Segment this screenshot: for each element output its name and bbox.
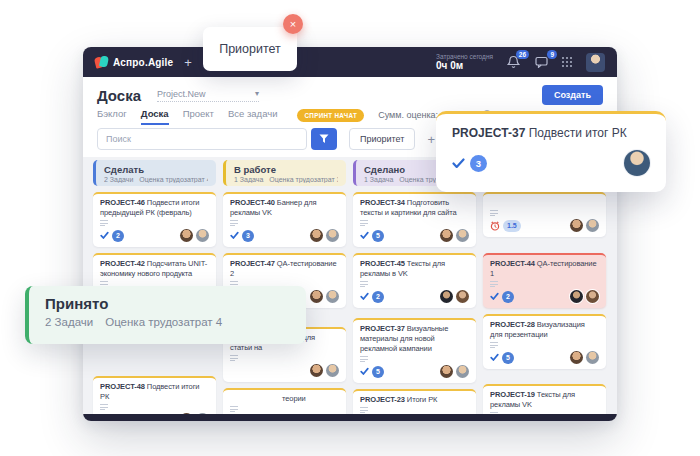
filter-button[interactable] [311, 128, 337, 150]
notifications-count-badge: 26 [516, 50, 529, 60]
popup-assignee-avatar[interactable] [624, 150, 650, 176]
avatar[interactable] [586, 290, 599, 303]
avatar[interactable] [570, 219, 583, 232]
task-card-project-40[interactable]: PROJECT-40 Баннер для рекламы VK3 [223, 192, 346, 247]
description-icon [490, 210, 498, 216]
avatar[interactable] [326, 364, 339, 377]
task-card-popup[interactable]: PROJECT-37 Подвести итог РК 3 [436, 111, 666, 192]
avatar[interactable] [310, 229, 323, 242]
avatar[interactable] [440, 290, 453, 303]
task-card-footer: 5 [360, 229, 469, 242]
avatar[interactable] [570, 351, 583, 364]
checkmark-icon [360, 292, 369, 301]
column-estimate: Оценка трудозатрат 4 [139, 176, 208, 183]
priority-tooltip-label: Приоритет [219, 42, 281, 56]
task-card-project-48[interactable]: PROJECT-48 Подвести итоги РК2 [93, 376, 216, 414]
app-logo[interactable]: Аспро.Agile [95, 56, 173, 69]
assignee-avatars [570, 290, 599, 303]
task-card-project-46[interactable]: PROJECT-46 Подвести итоги предыдущей РК … [93, 192, 216, 247]
task-card-footer: 2 [360, 290, 469, 303]
page: Аспро.Agile + Спр Затрачено сегодня 0ч 0… [0, 0, 700, 456]
add-task-icon[interactable]: + [184, 56, 192, 69]
avatar[interactable] [326, 229, 339, 242]
messages-button[interactable]: 9 [534, 55, 549, 70]
avatar[interactable] [310, 364, 323, 377]
task-card-project-44[interactable]: PROJECT-44 QA-тестирование 12 [483, 253, 606, 308]
avatar[interactable] [570, 290, 583, 303]
task-card-title: PROJECT-44 QA-тестирование 1 [490, 259, 599, 279]
avatar[interactable] [586, 351, 599, 364]
column-name: В работе [234, 164, 338, 175]
time-tracker[interactable]: Затрачено сегодня 0ч 0м [436, 53, 493, 72]
accepted-column-overlay: Принято 2 Задачи Оценка трудозатрат 4 [25, 286, 306, 344]
assignee-avatars [440, 229, 469, 242]
tab-проект[interactable]: Проект [183, 108, 214, 125]
checkmark-icon [490, 292, 499, 301]
task-card-project-28[interactable]: PROJECT-28 Визуализация для презентации5 [483, 314, 606, 369]
avatar[interactable] [456, 365, 469, 378]
task-card-project-34[interactable]: PROJECT-34 Подготовить тексты и картинки… [353, 192, 476, 247]
column-estimate: Оценка трудозатрат 3 [269, 176, 338, 183]
chevron-down-icon: ▾ [255, 89, 259, 98]
avatar[interactable] [310, 290, 323, 303]
priority-filter-chip[interactable]: Приоритет [349, 128, 415, 150]
column-name: Сделать [104, 164, 208, 175]
tab-доска[interactable]: Доска [141, 108, 169, 125]
close-icon[interactable]: × [283, 14, 303, 34]
apps-grid-icon[interactable] [562, 57, 573, 68]
assignee-avatars [180, 229, 209, 242]
task-card-title: PROJECT-46 Подвести итоги предыдущей РК … [100, 198, 209, 218]
task-card-title: PROJECT-45 Тексты для рекламы в VK [360, 259, 469, 279]
description-icon [360, 356, 368, 362]
description-icon [490, 342, 498, 348]
task-card-footer: 2 [100, 229, 209, 242]
accepted-task-count: 2 Задачи [45, 316, 93, 328]
tab-бэклог[interactable]: Бэклог [97, 108, 127, 125]
avatar[interactable] [180, 229, 193, 242]
task-card-project-45[interactable]: PROJECT-45 Тексты для рекламы в VK2 [353, 253, 476, 308]
notifications-button[interactable]: 26 [506, 55, 521, 70]
avatar[interactable] [456, 229, 469, 242]
task-id: PROJECT-42 [100, 259, 147, 268]
accepted-estimate: Оценка трудозатрат 4 [105, 316, 222, 328]
project-selector[interactable]: Project.New ▾ [157, 89, 259, 102]
column-subtitle: 1 ЗадачаОценка трудозатрат 3 [234, 176, 338, 183]
chat-icon [535, 56, 548, 68]
popup-task-title: PROJECT-37 Подвести итог РК [452, 126, 650, 140]
create-button[interactable]: Создать [542, 85, 603, 105]
task-card[interactable]: 1.5 [483, 192, 606, 237]
avatar[interactable] [456, 290, 469, 303]
task-card[interactable]: теории3 [223, 388, 346, 414]
avatar[interactable] [586, 219, 599, 232]
column-task-count: 1 Задача [234, 176, 263, 183]
board-column-4: 1.5PROJECT-44 QA-тестирование 12PROJECT-… [483, 160, 606, 414]
search-input[interactable] [97, 128, 307, 150]
task-id: PROJECT-19 [490, 390, 537, 399]
task-id: PROJECT-34 [360, 198, 407, 207]
avatar[interactable] [440, 229, 453, 242]
column-subtitle: 2 ЗадачиОценка трудозатрат 4 [104, 176, 208, 183]
column-header: В работе1 ЗадачаОценка трудозатрат 3 [223, 160, 346, 186]
accepted-subtitle: 2 Задачи Оценка трудозатрат 4 [45, 316, 290, 328]
points-badge: 2 [112, 230, 124, 242]
points-badge: 2 [372, 291, 384, 303]
column-task-count: 2 Задачи [104, 176, 133, 183]
task-card-title: PROJECT-48 Подвести итоги РК [100, 382, 209, 402]
task-card-footer: 5 [490, 351, 599, 364]
task-id: PROJECT-45 [360, 259, 407, 268]
user-avatar[interactable] [586, 53, 605, 72]
task-id: PROJECT-28 [490, 320, 537, 329]
task-card-project-23[interactable]: PROJECT-23 Итоги РК5 [353, 389, 476, 414]
task-card-project-19[interactable]: PROJECT-19 Тексты для рекламы VK5 [483, 384, 606, 414]
avatar[interactable] [440, 365, 453, 378]
add-filter-button[interactable]: + [427, 133, 435, 146]
assignee-avatars [570, 351, 599, 364]
tab-все-задачи[interactable]: Все задачи [228, 108, 278, 125]
task-card-project-37[interactable]: PROJECT-37 Визуальные материалы для ново… [353, 318, 476, 383]
board-column-3: Сделано1 ЗадачаОценка трудозатратPROJECT… [353, 160, 476, 414]
avatar[interactable] [196, 229, 209, 242]
description-icon [230, 220, 238, 226]
avatar[interactable] [326, 290, 339, 303]
page-title: Доска [97, 87, 141, 104]
task-card-footer: 2 [490, 290, 599, 303]
